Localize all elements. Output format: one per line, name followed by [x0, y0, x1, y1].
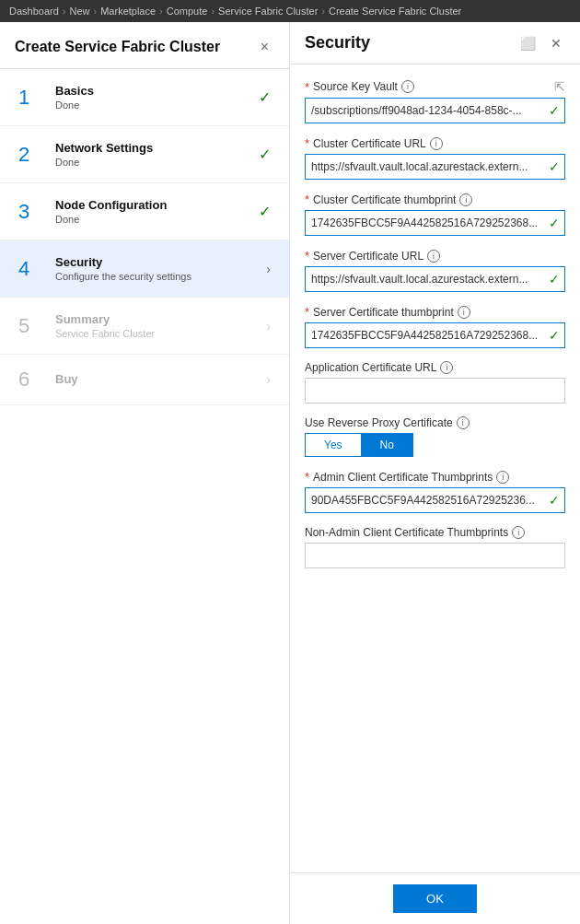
right-panel-controls: ⬜ ✕: [516, 34, 565, 53]
cluster-cert-thumbprint-info-icon[interactable]: i: [459, 193, 472, 206]
right-panel: Security ⬜ ✕ * Source Key Vault i ⇱ ✓: [290, 22, 580, 924]
step-3-node[interactable]: 3 Node Configuration Done ✓: [0, 183, 289, 240]
reverse-proxy-group: Use Reverse Proxy Certificate i Yes No: [305, 416, 565, 457]
step-4-name: Security: [55, 255, 259, 269]
admin-client-thumbprints-input[interactable]: [305, 487, 565, 513]
breadcrumb-create[interactable]: Create Service Fabric Cluster: [329, 6, 461, 17]
step-6-number: 6: [18, 369, 52, 390]
step-5-arrow-icon: ›: [266, 319, 271, 333]
source-key-vault-group: * Source Key Vault i ⇱ ✓: [305, 79, 565, 123]
step-4-arrow-icon: ›: [266, 262, 271, 276]
required-star-6: *: [305, 470, 309, 484]
breadcrumb-compute[interactable]: Compute: [167, 6, 208, 17]
reverse-proxy-label: Use Reverse Proxy Certificate i: [305, 416, 565, 429]
cluster-cert-thumbprint-label: * Cluster Certificate thumbprint i: [305, 193, 565, 206]
right-panel-footer: OK: [290, 872, 580, 924]
left-panel-title: Create Service Fabric Cluster: [15, 39, 220, 55]
resize-handle-icon[interactable]: ⇱: [554, 79, 565, 94]
source-key-vault-info-icon[interactable]: i: [401, 80, 414, 93]
app-cert-url-input-wrapper: [305, 378, 565, 404]
reverse-proxy-no-button[interactable]: No: [361, 433, 413, 457]
step-6-buy: 6 Buy ›: [0, 355, 289, 405]
source-key-vault-input[interactable]: [305, 98, 565, 123]
server-cert-url-input[interactable]: [305, 266, 565, 292]
step-2-name: Network Settings: [55, 141, 251, 155]
step-1-basics[interactable]: 1 Basics Done ✓: [0, 69, 289, 126]
required-star-3: *: [305, 193, 309, 206]
app-cert-url-input[interactable]: [305, 378, 565, 404]
step-4-number: 4: [18, 259, 52, 279]
app-cert-url-info-icon[interactable]: i: [440, 361, 453, 374]
right-panel-header: Security ⬜ ✕: [290, 22, 580, 64]
step-1-info: Basics Done: [55, 84, 251, 111]
step-5-info: Summary Service Fabric Cluster: [55, 312, 259, 339]
server-cert-url-input-wrapper: ✓: [305, 266, 565, 292]
step-5-desc: Service Fabric Cluster: [55, 328, 259, 339]
non-admin-client-thumbprints-info-icon[interactable]: i: [512, 526, 525, 539]
step-5-number: 5: [18, 316, 52, 336]
breadcrumb: Dashboard › New › Marketplace › Compute …: [0, 0, 580, 22]
step-4-desc: Configure the security settings: [55, 271, 259, 282]
cluster-cert-thumbprint-input[interactable]: [305, 210, 565, 236]
required-star-2: *: [305, 136, 309, 150]
cluster-cert-url-info-icon[interactable]: i: [430, 137, 443, 150]
cluster-cert-url-label: * Cluster Certificate URL i: [305, 136, 565, 150]
main-container: Create Service Fabric Cluster × 1 Basics…: [0, 22, 580, 924]
server-cert-thumbprint-input-wrapper: ✓: [305, 322, 565, 348]
server-cert-url-label-text: Server Certificate URL: [313, 250, 423, 263]
step-2-desc: Done: [55, 157, 251, 168]
step-2-number: 2: [18, 145, 52, 165]
step-6-arrow-icon: ›: [266, 372, 271, 387]
step-2-info: Network Settings Done: [55, 141, 251, 168]
admin-client-thumbprints-label-text: Admin Client Certificate Thumbprints: [313, 471, 493, 484]
source-key-vault-check-icon: ✓: [549, 103, 560, 118]
step-4-security[interactable]: 4 Security Configure the security settin…: [0, 240, 289, 298]
close-button[interactable]: ×: [255, 37, 274, 57]
left-panel: Create Service Fabric Cluster × 1 Basics…: [0, 22, 290, 924]
admin-client-thumbprints-info-icon[interactable]: i: [496, 471, 509, 484]
breadcrumb-dashboard[interactable]: Dashboard: [9, 6, 59, 17]
non-admin-client-thumbprints-group: Non-Admin Client Certificate Thumbprints…: [305, 526, 565, 568]
app-cert-url-group: Application Certificate URL i: [305, 361, 565, 404]
admin-client-thumbprints-input-wrapper: ✓: [305, 487, 565, 513]
cluster-cert-thumbprint-input-wrapper: ✓: [305, 210, 565, 236]
cluster-cert-url-label-text: Cluster Certificate URL: [313, 137, 426, 150]
non-admin-client-thumbprints-input-wrapper: [305, 543, 565, 568]
breadcrumb-service-fabric[interactable]: Service Fabric Cluster: [218, 6, 318, 17]
app-cert-url-label: Application Certificate URL i: [305, 361, 565, 374]
required-star-4: *: [305, 249, 309, 263]
step-2-network[interactable]: 2 Network Settings Done ✓: [0, 126, 289, 183]
step-6-name: Buy: [55, 372, 259, 386]
reverse-proxy-yes-button[interactable]: Yes: [305, 433, 361, 457]
non-admin-client-thumbprints-label-text: Non-Admin Client Certificate Thumbprints: [305, 526, 508, 539]
non-admin-client-thumbprints-label: Non-Admin Client Certificate Thumbprints…: [305, 526, 565, 539]
required-star-5: *: [305, 305, 309, 319]
steps-list: 1 Basics Done ✓ 2 Network Settings Done …: [0, 69, 289, 924]
admin-client-thumbprints-group: * Admin Client Certificate Thumbprints i…: [305, 470, 565, 513]
right-panel-content: * Source Key Vault i ⇱ ✓ * Cluster Certi…: [290, 64, 580, 872]
step-4-info: Security Configure the security settings: [55, 255, 259, 282]
cluster-cert-url-input[interactable]: [305, 154, 565, 180]
server-cert-url-group: * Server Certificate URL i ✓: [305, 249, 565, 292]
step-6-info: Buy: [55, 372, 259, 388]
server-cert-thumbprint-label-text: Server Certificate thumbprint: [313, 306, 454, 319]
server-cert-thumbprint-info-icon[interactable]: i: [458, 306, 470, 319]
ok-button[interactable]: OK: [393, 884, 477, 913]
cluster-cert-thumbprint-group: * Cluster Certificate thumbprint i ✓: [305, 193, 565, 236]
step-5-summary: 5 Summary Service Fabric Cluster ›: [0, 298, 289, 355]
app-cert-url-label-text: Application Certificate URL: [305, 361, 436, 374]
breadcrumb-marketplace[interactable]: Marketplace: [100, 6, 156, 17]
expand-button[interactable]: ⬜: [516, 34, 539, 53]
reverse-proxy-info-icon[interactable]: i: [457, 416, 470, 429]
non-admin-client-thumbprints-input[interactable]: [305, 543, 565, 568]
server-cert-thumbprint-check-icon: ✓: [549, 328, 560, 343]
reverse-proxy-toggle: Yes No: [305, 433, 565, 457]
step-3-desc: Done: [55, 214, 251, 225]
close-right-panel-button[interactable]: ✕: [547, 34, 565, 53]
breadcrumb-new[interactable]: New: [70, 6, 90, 17]
step-3-number: 3: [18, 202, 52, 222]
reverse-proxy-label-text: Use Reverse Proxy Certificate: [305, 416, 453, 429]
server-cert-thumbprint-input[interactable]: [305, 322, 565, 348]
server-cert-url-info-icon[interactable]: i: [427, 250, 440, 263]
server-cert-thumbprint-label: * Server Certificate thumbprint i: [305, 305, 565, 319]
